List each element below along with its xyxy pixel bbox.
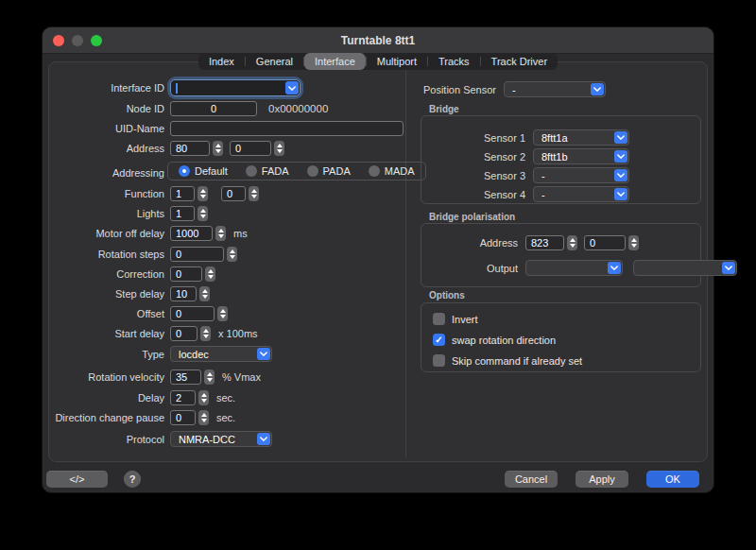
type-label: Type [49,349,164,360]
rotation-velocity-stepper[interactable] [204,370,215,385]
lights-stepper[interactable] [198,206,208,221]
direction-change-pause-label: Direction change pause [49,412,164,423]
zoom-button[interactable] [91,35,102,46]
addressing-radio-group: Default FADA PADA MADA [167,162,426,180]
address-label: Address [49,143,164,154]
function-stepper-2[interactable] [249,186,259,201]
position-sensor-label: Position Sensor [383,84,496,95]
function-stepper-1[interactable] [198,186,208,201]
motor-off-delay-stepper[interactable] [215,226,226,241]
address-stepper-2[interactable] [274,141,284,156]
start-delay-field[interactable]: 0 [170,326,198,341]
tab-interface[interactable]: Interface [304,53,366,70]
step-delay-stepper[interactable] [199,286,210,301]
sensor-4-popup[interactable]: - [533,186,629,202]
options-group-box: Invert swap rotation direction Skip comm… [421,302,701,372]
cancel-button[interactable]: Cancel [505,471,558,488]
swap-rotation-direction-checkbox[interactable]: swap rotation direction [433,334,556,346]
offset-field[interactable]: 0 [170,306,215,321]
bridge-polarisation-group-label: Bridge polarisation [429,212,515,222]
radio-icon [307,165,318,177]
function-field-2[interactable]: 0 [221,186,246,201]
motor-off-delay-label: Motor off delay [49,228,164,239]
radio-option-fada[interactable]: FADA [246,165,289,177]
sensor-2-popup[interactable]: 8ftt1b [533,148,629,164]
type-popup[interactable]: locdec [170,346,272,362]
apply-button[interactable]: Apply [576,471,628,488]
node-id-field[interactable]: 0 [170,101,257,116]
radio-icon [179,165,190,177]
help-button[interactable]: ? [124,471,141,488]
column-divider [405,70,406,457]
output-popup-1[interactable] [525,260,623,276]
uid-name-label: UID-Name [49,123,164,134]
tab-track-driver[interactable]: Track Driver [481,53,558,70]
polarisation-address-field-2[interactable]: 0 [584,235,626,250]
checkbox-icon [433,313,445,325]
chevron-down-icon [722,262,735,274]
checkbox-icon [433,334,445,346]
radio-icon [369,165,380,177]
addressing-label: Addressing [49,167,164,179]
chevron-down-icon [591,83,604,95]
bridge-polarisation-group-box: Address 823 0 Output [421,223,701,287]
rotation-steps-stepper[interactable] [227,247,237,262]
chevron-down-icon [608,262,621,274]
lights-label: Lights [49,208,164,219]
polarisation-address-stepper-2[interactable] [628,235,639,250]
minimize-button[interactable] [72,35,83,46]
radio-option-mada[interactable]: MADA [369,165,415,177]
correction-stepper[interactable] [205,266,215,282]
address-stepper-1[interactable] [213,141,223,156]
position-sensor-popup[interactable]: - [504,81,606,97]
tab-tracks[interactable]: Tracks [428,53,480,70]
lights-field[interactable]: 1 [170,206,195,221]
address-field-2[interactable]: 0 [230,141,271,156]
skip-command-checkbox[interactable]: Skip command if already set [433,354,582,367]
direction-change-pause-stepper[interactable] [198,410,209,425]
tab-index[interactable]: Index [198,53,245,70]
offset-stepper[interactable] [217,306,228,321]
dialog-window: Turntable 8tt1 Index General Interface M… [42,26,714,493]
address-field-1[interactable]: 80 [170,141,210,156]
interface-id-label: Interface ID [49,82,164,94]
options-group-label: Options [429,290,465,301]
chevron-down-icon[interactable] [285,81,299,95]
chevron-down-icon [257,433,270,445]
motor-off-delay-field[interactable]: 1000 [170,226,213,241]
sensor-1-popup[interactable]: 8ftt1a [533,129,629,146]
delay-stepper[interactable] [198,390,209,405]
interface-id-combo[interactable] [170,79,301,96]
output-popup-2[interactable] [633,260,737,276]
tab-multiport[interactable]: Multiport [367,53,427,70]
function-field-1[interactable]: 1 [170,186,195,201]
radio-option-default[interactable]: Default [179,165,228,177]
traffic-lights [53,35,102,46]
delay-field[interactable]: 2 [170,390,196,405]
title-bar: Turntable 8tt1 [43,27,713,54]
motor-off-delay-unit: ms [233,228,248,239]
uid-name-field[interactable] [170,121,404,136]
output-label: Output [423,263,518,274]
polarisation-address-stepper-1[interactable] [567,235,577,250]
polarisation-address-field-1[interactable]: 823 [525,235,564,250]
radio-option-pada[interactable]: PADA [307,165,351,177]
direction-change-pause-field[interactable]: 0 [170,410,196,425]
close-button[interactable] [53,35,64,46]
radio-icon [246,165,257,177]
invert-checkbox[interactable]: Invert [433,313,478,325]
protocol-popup[interactable]: NMRA-DCC [170,431,272,447]
correction-field[interactable]: 0 [170,266,202,282]
sensor-3-popup[interactable]: - [533,167,629,183]
step-delay-field[interactable]: 10 [170,286,197,301]
code-view-button[interactable]: </> [46,471,108,488]
correction-label: Correction [49,268,164,280]
delay-label: Delay [49,392,164,404]
ok-button[interactable]: OK [646,471,699,488]
sensor-1-label: Sensor 1 [431,132,525,144]
start-delay-stepper[interactable] [200,326,211,341]
rotation-velocity-field[interactable]: 35 [170,370,201,385]
chevron-down-icon [257,348,270,360]
tab-general[interactable]: General [246,53,303,70]
rotation-steps-field[interactable]: 0 [170,247,224,262]
